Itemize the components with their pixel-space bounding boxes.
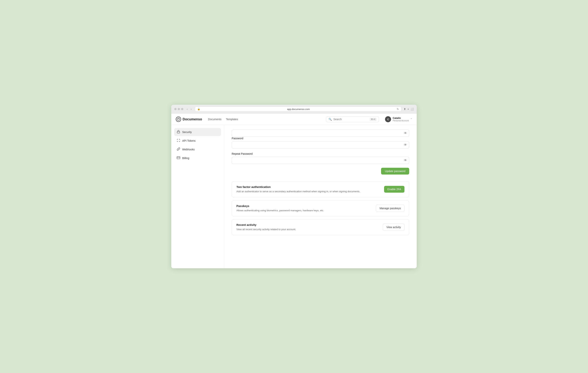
user-account: Personal Account bbox=[393, 120, 409, 122]
current-password-input[interactable] bbox=[232, 130, 409, 137]
search-bar[interactable]: 🔍 ⌘+K bbox=[326, 116, 379, 122]
forward-btn[interactable]: › bbox=[189, 107, 193, 111]
update-password-row: Update password bbox=[232, 168, 409, 178]
repeat-password-label: Repeat Password bbox=[232, 152, 409, 155]
sidebar-item-billing-label: Billing bbox=[182, 157, 189, 160]
repeat-password-form-group: Repeat Password 👁 bbox=[232, 152, 409, 164]
svg-point-0 bbox=[177, 118, 180, 121]
billing-icon bbox=[177, 156, 180, 160]
browser-window: ‹ › 🔒 app.documenso.com ↻ ⬆ + ⬜ bbox=[171, 105, 417, 268]
close-btn[interactable] bbox=[174, 108, 177, 110]
search-icon: 🔍 bbox=[329, 118, 332, 121]
nav-documents[interactable]: Documents bbox=[208, 118, 221, 121]
address-bar[interactable]: 🔒 app.documenso.com ↻ bbox=[195, 107, 401, 111]
manage-passkeys-button[interactable]: Manage passkeys bbox=[376, 205, 404, 212]
password-eye-icon[interactable]: 👁 bbox=[404, 143, 407, 147]
two-fa-description: Add an authenticator to serve as a secon… bbox=[236, 190, 360, 193]
share-btn[interactable]: ⬆ bbox=[404, 108, 406, 111]
maximize-btn[interactable] bbox=[181, 108, 183, 110]
enable-2fa-button[interactable]: Enable 2FA bbox=[384, 186, 404, 193]
recent-activity-card: Recent activity View all recent security… bbox=[232, 219, 409, 235]
password-form-group: Password 👁 bbox=[232, 137, 409, 149]
user-menu[interactable]: C Catalin Personal Account ⌃ bbox=[385, 116, 412, 122]
password-label: Password bbox=[232, 137, 409, 140]
svg-rect-1 bbox=[177, 131, 180, 133]
view-activity-button[interactable]: View activity bbox=[383, 223, 404, 231]
two-fa-content: Two factor authentication Add an authent… bbox=[236, 185, 360, 193]
logo-icon bbox=[176, 117, 181, 122]
repeat-password-input-wrapper: 👁 bbox=[232, 157, 409, 164]
svg-rect-2 bbox=[177, 157, 180, 159]
user-details: Catalin Personal Account bbox=[393, 117, 409, 122]
sidebar-item-security[interactable]: Security bbox=[174, 128, 221, 136]
sidebar: Security API Tokens bbox=[171, 125, 224, 268]
recent-activity-title: Recent activity bbox=[236, 223, 296, 226]
chevron-down-icon: ⌃ bbox=[410, 118, 412, 121]
app-header: Documenso Documents Templates 🔍 ⌘+K C Ca… bbox=[171, 114, 417, 125]
new-tab-btn[interactable]: + bbox=[408, 108, 409, 111]
back-btn[interactable]: ‹ bbox=[186, 107, 189, 111]
browser-navigation: ‹ › bbox=[186, 107, 193, 111]
main-nav: Documents Templates bbox=[208, 118, 238, 121]
sidebar-item-security-label: Security bbox=[182, 131, 192, 134]
search-shortcut: ⌘+K bbox=[370, 118, 377, 121]
ssl-lock-icon: 🔒 bbox=[197, 108, 200, 110]
eye-toggle-icon[interactable]: 👁 bbox=[404, 131, 407, 135]
app-container: Documenso Documents Templates 🔍 ⌘+K C Ca… bbox=[171, 114, 417, 268]
update-password-button[interactable]: Update password bbox=[381, 168, 409, 174]
sidebar-item-api-tokens-label: API Tokens bbox=[182, 139, 196, 142]
two-fa-title: Two factor authentication bbox=[236, 185, 360, 189]
user-name: Catalin bbox=[393, 117, 409, 120]
url-text: app.documenso.com bbox=[201, 108, 395, 111]
passkeys-title: Passkeys bbox=[236, 204, 324, 208]
sidebar-item-webhooks[interactable]: Webhooks bbox=[174, 145, 221, 153]
browser-chrome: ‹ › 🔒 app.documenso.com ↻ ⬆ + ⬜ bbox=[171, 105, 417, 114]
passkeys-description: Allows authenticating using biometrics, … bbox=[236, 209, 324, 212]
lock-icon bbox=[177, 130, 180, 134]
repeat-password-input[interactable] bbox=[232, 157, 409, 164]
api-tokens-icon bbox=[177, 139, 180, 143]
nav-templates[interactable]: Templates bbox=[226, 118, 238, 121]
repeat-password-eye-icon[interactable]: 👁 bbox=[404, 159, 407, 162]
app-logo: Documenso bbox=[176, 117, 202, 122]
search-input[interactable] bbox=[333, 118, 368, 121]
two-fa-card: Two factor authentication Add an authent… bbox=[232, 181, 409, 197]
browser-action-buttons: ⬆ + ⬜ bbox=[404, 108, 414, 111]
top-partial-input: 👁 bbox=[232, 130, 409, 137]
content-area: 👁 Password 👁 Repeat Password 👁 bbox=[224, 125, 417, 268]
minimize-btn[interactable] bbox=[178, 108, 180, 110]
refresh-btn[interactable]: ↻ bbox=[397, 108, 399, 111]
password-input-wrapper: 👁 bbox=[232, 141, 409, 149]
passkeys-card: Passkeys Allows authenticating using bio… bbox=[232, 200, 409, 216]
sidebar-item-webhooks-label: Webhooks bbox=[182, 148, 195, 151]
window-controls bbox=[174, 108, 183, 110]
sidebar-item-billing[interactable]: Billing bbox=[174, 154, 221, 162]
recent-activity-description: View all recent security activity relate… bbox=[236, 228, 296, 231]
main-content: Security API Tokens bbox=[171, 125, 417, 268]
sidebar-item-api-tokens[interactable]: API Tokens bbox=[174, 137, 221, 145]
recent-activity-content: Recent activity View all recent security… bbox=[236, 223, 296, 231]
sidebar-btn[interactable]: ⬜ bbox=[410, 108, 414, 111]
avatar: C bbox=[385, 116, 391, 122]
logo-text: Documenso bbox=[183, 117, 202, 121]
passkeys-content: Passkeys Allows authenticating using bio… bbox=[236, 204, 324, 212]
password-input[interactable] bbox=[232, 141, 409, 149]
webhooks-icon bbox=[177, 147, 180, 151]
